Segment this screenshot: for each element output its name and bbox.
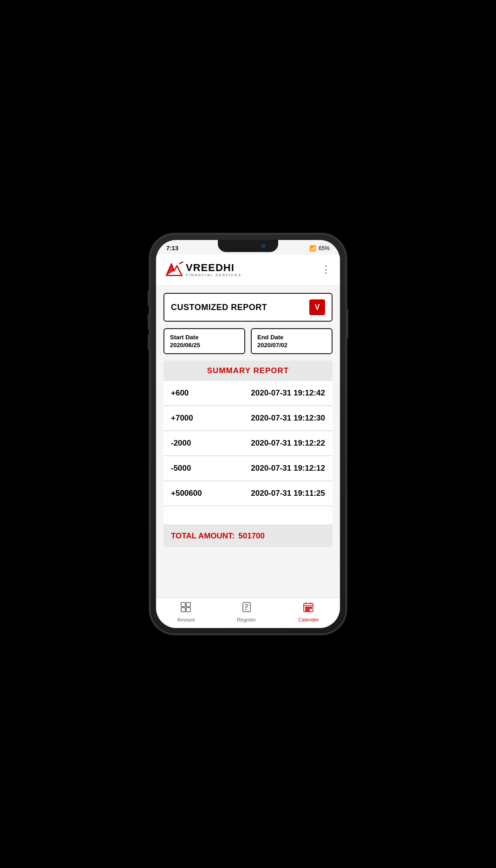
- svg-line-2: [179, 262, 183, 264]
- summary-title: SUMMARY REPORT: [207, 366, 289, 375]
- bottom-nav: Amount Register: [156, 597, 340, 628]
- summary-header: SUMMARY REPORT: [163, 361, 333, 381]
- end-date-box[interactable]: End Date 2020/07/02: [251, 328, 333, 354]
- total-value: 501700: [238, 531, 265, 541]
- report-title: CUSTOMIZED REPORT: [171, 303, 267, 312]
- transaction-amount: -2000: [171, 439, 191, 448]
- svg-rect-18: [308, 609, 309, 611]
- date-row: Start Date 2020/06/25 End Date 2020/07/0…: [163, 328, 333, 354]
- logo-main-text: VREEDHI: [186, 263, 241, 273]
- phone-frame: 7:13 📶 65% VREEDHI Financia: [150, 234, 346, 634]
- report-icon-letter: V: [315, 303, 320, 311]
- end-date-value: 2020/07/02: [257, 342, 326, 349]
- summary-section: SUMMARY REPORT +6002020-07-31 19:12:42+7…: [163, 361, 333, 547]
- main-content: CUSTOMIZED REPORT V Start Date 2020/06/2…: [156, 285, 340, 597]
- status-icons: 📶 65%: [309, 245, 330, 252]
- calender-icon: [303, 602, 314, 615]
- logo-text: VREEDHI Financial Services: [186, 263, 241, 277]
- svg-rect-3: [181, 602, 185, 607]
- battery-text: 65%: [319, 245, 330, 252]
- transaction-amount: +600: [171, 389, 189, 398]
- calender-label: Calender: [298, 617, 319, 622]
- logo-icon: [164, 260, 184, 279]
- transaction-amount: +500600: [171, 489, 202, 498]
- transaction-row: +70002020-07-31 19:12:30: [163, 406, 333, 431]
- empty-row: [163, 506, 333, 525]
- svg-rect-14: [306, 607, 307, 609]
- transaction-row: +6002020-07-31 19:12:42: [163, 381, 333, 406]
- svg-rect-15: [308, 607, 309, 609]
- total-row: TOTAL AMOUNT: 501700: [163, 525, 333, 547]
- svg-rect-16: [310, 607, 312, 609]
- logo-container: VREEDHI Financial Services: [164, 260, 241, 279]
- start-date-box[interactable]: Start Date 2020/06/25: [163, 328, 245, 354]
- menu-button[interactable]: ⋮: [321, 264, 332, 276]
- app-content: VREEDHI Financial Services ⋮ CUSTOMIZED …: [156, 254, 340, 628]
- register-label: Register: [237, 617, 256, 622]
- transaction-row: -20002020-07-31 19:12:22: [163, 431, 333, 456]
- total-label: TOTAL AMOUNT:: [171, 531, 235, 541]
- transaction-datetime: 2020-07-31 19:11:25: [251, 489, 325, 498]
- transaction-amount: -5000: [171, 464, 191, 473]
- signal-icon: 📶: [309, 245, 316, 252]
- report-header-box[interactable]: CUSTOMIZED REPORT V: [163, 293, 333, 322]
- start-date-label: Start Date: [170, 334, 239, 341]
- svg-rect-4: [186, 602, 190, 607]
- transaction-row: -50002020-07-31 19:12:12: [163, 456, 333, 481]
- end-date-label: End Date: [257, 334, 326, 341]
- transaction-row: +5006002020-07-31 19:11:25: [163, 481, 333, 506]
- notch: [218, 240, 278, 252]
- logo-sub-text: Financial Services: [186, 273, 241, 277]
- amount-label: Amount: [177, 617, 195, 622]
- start-date-value: 2020/06/25: [170, 342, 239, 349]
- transaction-datetime: 2020-07-31 19:12:12: [251, 464, 325, 473]
- phone-screen: 7:13 📶 65% VREEDHI Financia: [156, 240, 340, 628]
- nav-item-amount[interactable]: Amount: [177, 602, 195, 622]
- register-icon: [241, 602, 252, 615]
- status-time: 7:13: [166, 245, 178, 252]
- transaction-datetime: 2020-07-31 19:12:22: [251, 439, 325, 448]
- amount-icon: [180, 602, 191, 615]
- svg-rect-5: [181, 608, 185, 612]
- svg-rect-6: [186, 608, 190, 612]
- notch-camera: [261, 244, 265, 248]
- transaction-datetime: 2020-07-31 19:12:30: [251, 414, 325, 423]
- transaction-amount: +7000: [171, 414, 193, 423]
- app-header: VREEDHI Financial Services ⋮: [156, 254, 340, 285]
- svg-rect-17: [306, 609, 307, 611]
- nav-item-register[interactable]: Register: [237, 602, 256, 622]
- report-icon-box: V: [309, 299, 325, 315]
- transaction-datetime: 2020-07-31 19:12:42: [251, 389, 325, 398]
- transaction-list: +6002020-07-31 19:12:42+70002020-07-31 1…: [163, 381, 333, 506]
- nav-item-calender[interactable]: Calender: [298, 602, 319, 622]
